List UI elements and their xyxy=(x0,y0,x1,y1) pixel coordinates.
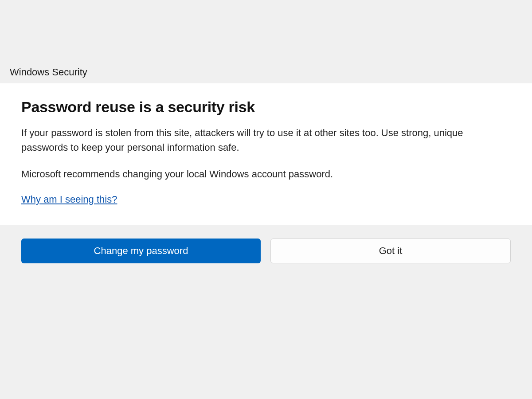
dialog-heading: Password reuse is a security risk xyxy=(21,98,511,116)
dialog-description-1: If your password is stolen from this sit… xyxy=(21,125,511,155)
got-it-button[interactable]: Got it xyxy=(270,239,511,263)
change-password-button[interactable]: Change my password xyxy=(21,239,261,263)
dialog-body: Password reuse is a security risk If you… xyxy=(0,83,532,225)
window-title: Windows Security xyxy=(0,66,532,83)
security-dialog: Windows Security Password reuse is a sec… xyxy=(0,66,532,277)
dialog-description-2: Microsoft recommends changing your local… xyxy=(21,167,511,181)
dialog-button-row: Change my password Got it xyxy=(0,225,532,277)
why-seeing-this-link[interactable]: Why am I seeing this? xyxy=(21,194,117,205)
